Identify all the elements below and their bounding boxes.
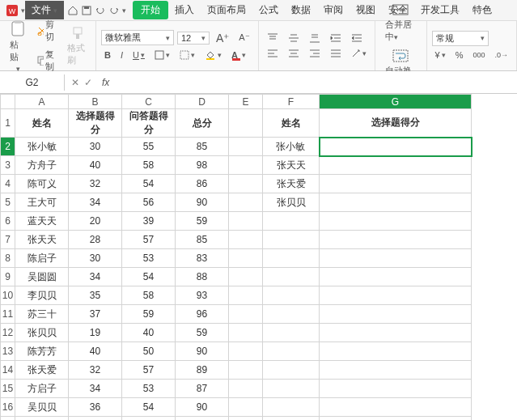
cell[interactable]: 53 xyxy=(122,380,176,398)
cell[interactable]: 方舟子 xyxy=(15,156,69,175)
sheet-grid[interactable]: A B C D E F G 1姓名选择题得分问答题得分总分姓名选择题得分2张小敏… xyxy=(0,94,517,420)
cell[interactable]: 张贝贝 xyxy=(263,193,320,212)
cell[interactable]: 总分 xyxy=(176,109,229,138)
col-head-a[interactable]: A xyxy=(15,95,69,109)
cell[interactable]: 20 xyxy=(69,212,122,231)
cell[interactable]: 59 xyxy=(122,305,176,324)
cell[interactable]: 姓名 xyxy=(263,109,320,138)
row-head[interactable]: 9 xyxy=(1,268,15,286)
cell[interactable]: 李贝贝 xyxy=(15,286,69,305)
cell[interactable] xyxy=(229,175,263,193)
italic-button[interactable]: I xyxy=(117,49,126,62)
cell[interactable] xyxy=(320,417,472,421)
cell[interactable]: 张天天 xyxy=(263,156,320,175)
cell[interactable] xyxy=(229,361,263,380)
row-head[interactable]: 17 xyxy=(1,417,15,421)
formula-input[interactable] xyxy=(112,71,517,93)
align-left-button[interactable] xyxy=(264,47,282,60)
cell[interactable]: 选择题得分 xyxy=(69,109,122,138)
row-head[interactable]: 2 xyxy=(1,138,15,156)
increase-font-button[interactable]: A⁺ xyxy=(213,30,232,46)
cell[interactable] xyxy=(263,324,320,342)
indent-decrease-button[interactable] xyxy=(327,32,345,45)
col-head-d[interactable]: D xyxy=(176,95,229,109)
cell[interactable]: 90 xyxy=(176,342,229,361)
cell[interactable] xyxy=(320,342,472,361)
indent-increase-button[interactable] xyxy=(348,32,366,45)
cell[interactable]: 34 xyxy=(69,193,122,212)
cell[interactable]: 59 xyxy=(176,324,229,342)
cell[interactable]: 40 xyxy=(122,324,176,342)
tab-dev[interactable]: 开发工具 xyxy=(414,1,466,19)
tab-layout[interactable]: 页面布局 xyxy=(201,1,252,19)
row-head[interactable]: 4 xyxy=(1,175,15,193)
bold-button[interactable]: B xyxy=(101,49,114,62)
cell[interactable]: 90 xyxy=(176,398,229,417)
cell[interactable] xyxy=(263,249,320,268)
font-size-select[interactable]: 12▾ xyxy=(177,32,210,45)
orientation-button[interactable]: ▾ xyxy=(348,47,370,60)
more-font-button[interactable]: ▾ xyxy=(176,49,198,62)
cell[interactable] xyxy=(263,231,320,249)
cell[interactable] xyxy=(229,305,263,324)
cell[interactable]: 19 xyxy=(69,324,122,342)
cell[interactable]: 陈芳芳 xyxy=(15,342,69,361)
align-right-button[interactable] xyxy=(306,47,324,60)
selected-cell[interactable] xyxy=(320,138,472,156)
cell[interactable] xyxy=(263,305,320,324)
cell[interactable]: 30 xyxy=(69,249,122,268)
name-box[interactable]: G2 xyxy=(0,74,65,91)
cell[interactable] xyxy=(229,380,263,398)
cell[interactable]: 30 xyxy=(69,138,122,156)
tab-formula[interactable]: 公式 xyxy=(252,1,285,19)
decrease-font-button[interactable]: A⁻ xyxy=(235,31,252,45)
cell[interactable] xyxy=(320,380,472,398)
undo-icon[interactable] xyxy=(95,5,106,16)
cell[interactable] xyxy=(263,380,320,398)
cell[interactable] xyxy=(229,193,263,212)
cell[interactable] xyxy=(229,324,263,342)
cell[interactable]: 83 xyxy=(176,249,229,268)
tab-data[interactable]: 数据 xyxy=(285,1,317,19)
cell[interactable]: 56 xyxy=(122,193,176,212)
row-head[interactable]: 5 xyxy=(1,193,15,212)
cell[interactable]: 陈启子 xyxy=(15,249,69,268)
cell[interactable] xyxy=(229,156,263,175)
cell[interactable]: 吴贝贝 xyxy=(15,398,69,417)
cell[interactable] xyxy=(320,268,472,286)
cell[interactable] xyxy=(263,268,320,286)
cell[interactable] xyxy=(229,268,263,286)
cell[interactable]: 59 xyxy=(176,212,229,231)
cell[interactable]: 28 xyxy=(69,231,122,249)
cell[interactable] xyxy=(263,361,320,380)
cell[interactable]: 34 xyxy=(69,268,122,286)
comma-button[interactable]: 000 xyxy=(469,49,488,61)
cell[interactable]: 36 xyxy=(69,398,122,417)
fill-color-button[interactable]: ▾ xyxy=(201,49,225,62)
row-head[interactable]: 3 xyxy=(1,156,15,175)
tab-start[interactable]: 开始 xyxy=(133,1,168,19)
cell[interactable] xyxy=(263,286,320,305)
cell[interactable]: 张贝贝 xyxy=(15,324,69,342)
cell[interactable]: 选择题得分 xyxy=(320,109,472,138)
cell[interactable] xyxy=(320,175,472,193)
enter-formula-button[interactable]: ✓ xyxy=(84,77,92,88)
cell[interactable] xyxy=(320,361,472,380)
redo-icon[interactable] xyxy=(108,5,120,16)
align-middle-button[interactable] xyxy=(285,32,303,45)
cell[interactable] xyxy=(229,231,263,249)
cell[interactable]: 苏三十 xyxy=(15,305,69,324)
cell[interactable]: 90 xyxy=(176,193,229,212)
align-top-button[interactable] xyxy=(264,32,282,45)
cell[interactable] xyxy=(263,398,320,417)
cell[interactable] xyxy=(263,417,320,421)
cell[interactable]: 89 xyxy=(176,361,229,380)
cell[interactable]: 86 xyxy=(176,417,229,421)
col-head-b[interactable]: B xyxy=(69,95,122,109)
justify-button[interactable] xyxy=(327,47,345,60)
cell[interactable] xyxy=(320,212,472,231)
col-head-c[interactable]: C xyxy=(122,95,176,109)
cell[interactable] xyxy=(320,156,472,175)
cell[interactable]: 吴圆圆 xyxy=(15,268,69,286)
tab-insert[interactable]: 插入 xyxy=(168,1,201,19)
